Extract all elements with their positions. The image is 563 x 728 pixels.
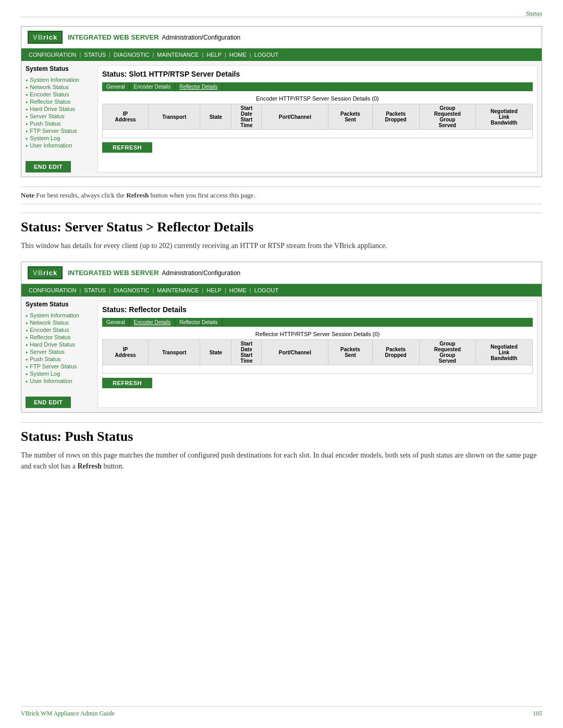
sidebar-item-syslog-1[interactable]: System Log xyxy=(26,135,93,141)
section-title-1: Status: Server Status > Reflector Detail… xyxy=(21,219,542,235)
th-state-2: State xyxy=(200,340,231,365)
ws-title-bold-1: INTEGRATED WEB SERVER xyxy=(68,33,158,41)
th-ip-2: IPAddress xyxy=(103,340,149,365)
sidebar-item-refstat-2[interactable]: Reflector Status xyxy=(26,334,93,340)
ws-logo-text-4: rick xyxy=(43,269,57,277)
note-suffix: button when you first access this page. xyxy=(149,191,255,199)
ws-sidebar-title-1: System Status xyxy=(26,65,93,73)
ws-nav-status-2[interactable]: STATUS xyxy=(82,286,108,294)
ws-main-panel-2: Status: Reflector Details General Encode… xyxy=(97,301,537,408)
sidebar-item-sysinfo-2[interactable]: System Information xyxy=(26,312,93,318)
ws-section-label-1: Encoder HTTP/RTSP Server Session Details… xyxy=(102,95,533,102)
top-rule xyxy=(21,17,542,17)
ws-tab-reflector-2[interactable]: Reflector Details xyxy=(175,318,222,327)
ws-nav-maintenance[interactable]: MAINTENANCE xyxy=(155,51,201,59)
th-startdate-1: StartDateStartTime xyxy=(231,104,262,130)
footer-left: VBrick WM Appliance Admin Guide xyxy=(21,710,115,718)
sidebar-item-hddstat-2[interactable]: Hard Drive Status xyxy=(26,341,93,348)
refresh-button-1[interactable]: REFRESH xyxy=(102,142,152,153)
note-box: Note For best results, always click the … xyxy=(21,187,542,204)
section-block-2: Status: Push Status The number of rows o… xyxy=(21,429,542,472)
note-bold: Refresh xyxy=(126,191,149,199)
ws-header-1: VBrick INTEGRATED WEB SERVER Administrat… xyxy=(21,27,542,48)
refresh-button-2[interactable]: REFRESH xyxy=(102,378,152,388)
sidebar-item-srvstat-2[interactable]: Server Status xyxy=(26,349,93,355)
ws-header-2: VBrick INTEGRATED WEB SERVER Administrat… xyxy=(21,262,542,284)
ws-nav-maintenance-2[interactable]: MAINTENANCE xyxy=(155,286,201,294)
end-edit-button-2[interactable]: END EDIT xyxy=(26,397,71,408)
ws-tabs-2: General Encoder Details Reflector Detail… xyxy=(102,318,533,327)
ws-title-sub-1: Administration/Configuration xyxy=(162,34,241,41)
th-transport-1: Transport xyxy=(149,104,200,130)
ws-main-panel-1: Status: Slot1 HTTP/RTSP Server Details G… xyxy=(97,65,537,172)
main-content: VBrick INTEGRATED WEB SERVER Administrat… xyxy=(21,26,542,482)
th-pktsent-2: PacketsSent xyxy=(328,340,372,365)
ws-main-title-1: Status: Slot1 HTTP/RTSP Server Details xyxy=(102,70,533,78)
sidebar-item-refstat-1[interactable]: Reflector Status xyxy=(26,98,93,105)
end-edit-button-1[interactable]: END EDIT xyxy=(26,161,71,172)
ws-nav-diagnostic-2[interactable]: DIAGNOSTIC xyxy=(112,286,151,294)
ws-logo-1: VBrick xyxy=(28,31,63,44)
sidebar-item-ftpstat-1[interactable]: FTP Server Status xyxy=(26,128,93,134)
ws-box-1: VBrick INTEGRATED WEB SERVER Administrat… xyxy=(21,26,542,177)
ws-nav-configuration-2[interactable]: CONFIGURATION xyxy=(27,286,78,294)
note-label: Note xyxy=(21,191,34,199)
sidebar-item-syslog-2[interactable]: System Log xyxy=(26,371,93,377)
sidebar-item-encstat-1[interactable]: Encoder Status xyxy=(26,91,93,97)
sidebar-item-encstat-2[interactable]: Encoder Status xyxy=(26,327,93,333)
sidebar-item-hddstat-1[interactable]: Hard Drive Status xyxy=(26,106,93,112)
sidebar-item-sysinfo-1[interactable]: System Information xyxy=(26,77,93,83)
table-row-empty-1 xyxy=(103,130,533,138)
section-block-1: Status: Server Status > Reflector Detail… xyxy=(21,219,542,251)
ws-tabs-1: General Encoder Details Reflector Detail… xyxy=(102,82,533,91)
th-pktsent-1: PacketsSent xyxy=(328,104,372,130)
th-bandwidth-1: NegotiatedLinkBandwidth xyxy=(475,104,532,130)
ws-nav-diagnostic[interactable]: DIAGNOSTIC xyxy=(112,51,151,59)
ws-nav-help[interactable]: HELP xyxy=(204,51,224,59)
ws-section-label-2: Reflector HTTP/RTSP Server Session Detai… xyxy=(102,331,533,337)
sidebar-item-srvstat-1[interactable]: Server Status xyxy=(26,113,93,119)
ws-body-2: System Status System Information Network… xyxy=(21,297,542,412)
ws-tab-encoder-2[interactable]: Encoder Details xyxy=(130,318,176,327)
th-pktdrop-1: PacketsDropped xyxy=(372,104,419,130)
sidebar-item-ftpstat-2[interactable]: FTP Server Status xyxy=(26,363,93,369)
ws-nav-1: CONFIGURATION | STATUS | DIAGNOSTIC | MA… xyxy=(21,48,542,61)
th-port-1: Port/Channel xyxy=(262,104,328,130)
ws-logo-text-1: VB xyxy=(33,33,43,41)
ws-tab-general-2[interactable]: General xyxy=(102,318,130,327)
th-startdate-2: StartDateStartTime xyxy=(231,340,262,365)
divider-2 xyxy=(21,422,542,423)
ws-title-bold-2: INTEGRATED WEB SERVER xyxy=(68,269,158,277)
ws-nav-2: CONFIGURATION | STATUS | DIAGNOSTIC | MA… xyxy=(21,284,542,297)
th-pktdrop-2: PacketsDropped xyxy=(372,340,419,365)
ws-nav-status[interactable]: STATUS xyxy=(82,51,108,59)
th-state-1: State xyxy=(200,104,231,130)
note-text: For best results, always click the xyxy=(34,191,126,199)
section-desc-bold-2: Refresh xyxy=(77,462,101,470)
sidebar-item-pushstat-2[interactable]: Push Status xyxy=(26,356,93,362)
ws-nav-home[interactable]: HOME xyxy=(227,51,249,59)
divider-1 xyxy=(21,213,542,213)
ws-nav-help-2[interactable]: HELP xyxy=(204,286,224,294)
section-title-2: Status: Push Status xyxy=(21,429,542,445)
sidebar-item-netstat-1[interactable]: Network Status xyxy=(26,84,93,90)
ws-tab-reflector-1[interactable]: Reflector Details xyxy=(175,82,222,91)
ws-logo-text-2: rick xyxy=(43,33,57,41)
sidebar-item-pushstat-1[interactable]: Push Status xyxy=(26,120,93,127)
sidebar-item-userinfo-1[interactable]: User Information xyxy=(26,142,93,149)
ws-nav-logout[interactable]: LOGOUT xyxy=(252,51,280,59)
page-footer: VBrick WM Appliance Admin Guide 105 xyxy=(21,706,542,718)
ws-nav-home-2[interactable]: HOME xyxy=(227,286,249,294)
ws-main-title-2: Status: Reflector Details xyxy=(102,305,533,314)
sidebar-item-userinfo-2[interactable]: User Information xyxy=(26,378,93,384)
ws-nav-logout-2[interactable]: LOGOUT xyxy=(252,286,280,294)
section-desc-2: The number of rows on this page matches … xyxy=(21,450,542,472)
th-bandwidth-2: NegotiatedLinkBandwidth xyxy=(475,340,532,365)
ws-nav-configuration[interactable]: CONFIGURATION xyxy=(27,51,78,59)
ws-tab-encoder-1[interactable]: Encoder Details xyxy=(130,82,176,91)
ws-box-2: VBrick INTEGRATED WEB SERVER Administrat… xyxy=(21,262,542,413)
ws-sidebar-2: System Status System Information Network… xyxy=(26,301,93,408)
ws-tab-general-1[interactable]: General xyxy=(102,82,130,91)
sidebar-item-netstat-2[interactable]: Network Status xyxy=(26,319,93,326)
ws-table-1: IPAddress Transport State StartDateStart… xyxy=(102,104,533,138)
